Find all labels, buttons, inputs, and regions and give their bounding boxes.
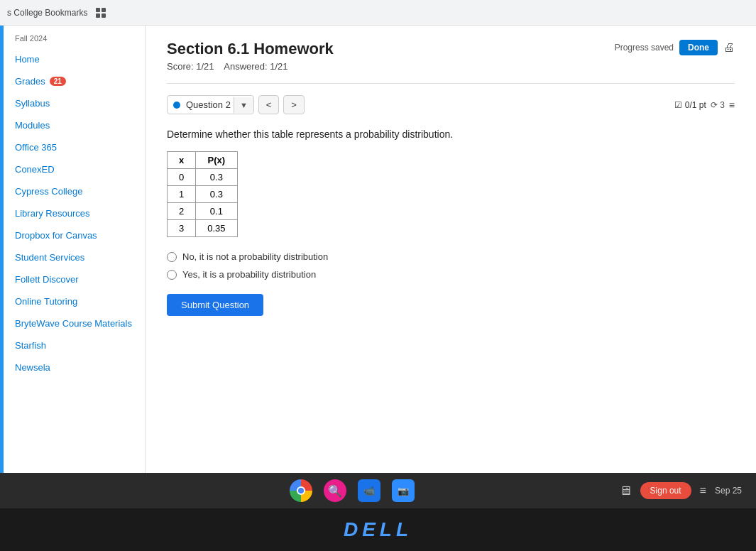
semester-label: Fall 2024 (4, 31, 145, 48)
page-header: Section 6.1 Homework Score: 1/21 Answere… (167, 40, 735, 72)
question-dropdown-button[interactable]: ▼ (234, 97, 253, 113)
table-cell-px3: 0.35 (196, 220, 237, 237)
sidebar-item-online-tutoring[interactable]: Online Tutoring (4, 290, 145, 312)
grid-icon (96, 8, 106, 18)
sidebar-item-starfish[interactable]: Starfish (4, 334, 145, 356)
answer-options: No, it is not a probability distribution… (167, 251, 735, 280)
sidebar-item-brytewave[interactable]: BryteWave Course Materials (4, 312, 145, 334)
sidebar-item-library-resources[interactable]: Library Resources (4, 202, 145, 224)
sidebar-item-grades[interactable]: Grades 21 (4, 70, 145, 92)
sidebar-item-follett-discover[interactable]: Follett Discover (4, 268, 145, 290)
sidebar-item-office365[interactable]: Office 365 (4, 136, 145, 158)
sidebar-item-newsela[interactable]: Newsela (4, 356, 145, 378)
sidebar-item-syllabus[interactable]: Syllabus (4, 92, 145, 114)
grades-badge: 21 (50, 77, 66, 86)
sidebar-item-dropbox-canvas[interactable]: Dropbox for Canvas (4, 224, 145, 246)
done-button[interactable]: Done (679, 40, 718, 55)
table-row: 2 0.1 (168, 203, 238, 220)
sidebar-item-cypress-college[interactable]: Cypress College (4, 180, 145, 202)
option-no[interactable]: No, it is not a probability distribution (167, 251, 735, 262)
search-icon[interactable]: 🔍 (324, 479, 346, 502)
question-prompt: Determine whether this table represents … (167, 129, 735, 140)
table-cell-px0: 0.3 (196, 169, 237, 186)
question-selector: Question 2 ▼ (167, 95, 254, 114)
page-title: Section 6.1 Homework (167, 40, 334, 58)
dell-logo: DELL (344, 518, 412, 541)
sign-out-button[interactable]: Sign out (640, 482, 691, 499)
question-score-area: ☑ 0/1 pt ⟳ 3 ≡ (674, 99, 735, 111)
option-yes[interactable]: Yes, it is a probability distribution (167, 269, 735, 280)
question-dot-indicator (173, 102, 180, 109)
print-icon[interactable]: 🖨 (723, 41, 735, 54)
table-header-x: x (168, 152, 196, 169)
answered-text: Answered: 1/21 (224, 61, 287, 72)
table-row: 3 0.35 (168, 220, 238, 237)
taskbar: 🔍 📹 📷 🖥 Sign out ≡ Sep 25 (0, 473, 756, 508)
title-section: Section 6.1 Homework Score: 1/21 Answere… (167, 40, 334, 72)
sidebar: Fall 2024 Home Grades 21 Syllabus Module… (4, 26, 146, 473)
option-yes-label: Yes, it is a probability distribution (182, 269, 316, 280)
taskbar-right: 🖥 Sign out ≡ Sep 25 (619, 482, 742, 499)
sidebar-item-home[interactable]: Home (4, 48, 145, 70)
menu-icon[interactable]: ≡ (700, 484, 706, 497)
browser-bar: s College Bookmarks (0, 0, 756, 26)
prev-question-button[interactable]: < (258, 95, 280, 114)
taskbar-center: 🔍 📹 📷 (290, 479, 415, 502)
score-line: Score: 1/21 Answered: 1/21 (167, 61, 334, 72)
sidebar-item-student-services[interactable]: Student Services (4, 246, 145, 268)
table-cell-x3: 3 (168, 220, 196, 237)
table-cell-x0: 0 (168, 169, 196, 186)
submit-question-button[interactable]: Submit Question (167, 294, 263, 316)
zoom-icon[interactable]: 📷 (392, 479, 415, 502)
detail-icon[interactable]: ≡ (729, 99, 735, 111)
radio-yes[interactable] (167, 270, 177, 280)
meet-icon[interactable]: 📹 (358, 479, 380, 502)
score-text: Score: 1/21 (167, 61, 214, 72)
table-header-px: P(x) (196, 152, 237, 169)
monitor-icon[interactable]: 🖥 (619, 484, 632, 498)
question-nav: Question 2 ▼ < > ☑ 0/1 pt ⟳ 3 ≡ (167, 95, 735, 114)
header-right: Progress saved Done 🖨 (615, 40, 735, 55)
table-cell-px1: 0.3 (196, 186, 237, 203)
dell-area: DELL (0, 508, 756, 551)
main-area: Fall 2024 Home Grades 21 Syllabus Module… (0, 26, 756, 473)
table-row: 1 0.3 (168, 186, 238, 203)
table-cell-x1: 1 (168, 186, 196, 203)
radio-no[interactable] (167, 252, 177, 262)
chrome-icon[interactable] (290, 479, 312, 502)
option-no-label: No, it is not a probability distribution (182, 251, 328, 262)
table-row: 0 0.3 (168, 169, 238, 186)
score-badge: ☑ 0/1 pt (674, 100, 706, 110)
header-divider (167, 83, 735, 84)
sidebar-item-modules[interactable]: Modules (4, 114, 145, 136)
sidebar-item-conexed[interactable]: ConexED (4, 158, 145, 180)
progress-saved-text: Progress saved (615, 43, 674, 53)
next-question-button[interactable]: > (283, 95, 305, 114)
question-nav-left: Question 2 ▼ < > (167, 95, 305, 114)
table-cell-x2: 2 (168, 203, 196, 220)
history-icon[interactable]: ⟳ 3 (711, 100, 725, 110)
taskbar-date: Sep 25 (715, 486, 742, 496)
table-cell-px2: 0.1 (196, 203, 237, 220)
probability-table: x P(x) 0 0.3 1 0.3 2 0.1 3 (167, 151, 238, 237)
question-label: Question 2 (186, 96, 234, 114)
bookmarks-label: s College Bookmarks (7, 8, 87, 18)
content-area: Section 6.1 Homework Score: 1/21 Answere… (146, 26, 756, 473)
